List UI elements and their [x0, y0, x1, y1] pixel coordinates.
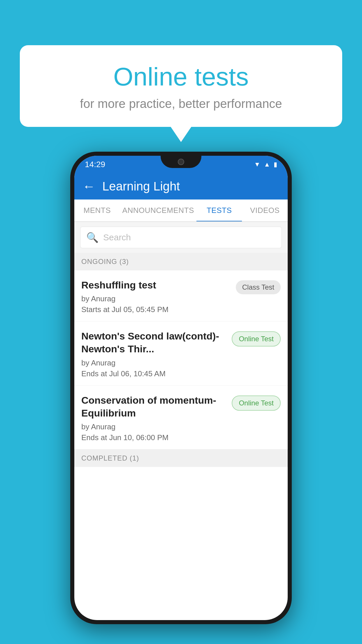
ongoing-section-header: ONGOING (3) — [74, 253, 288, 270]
test-item-content: Reshuffling test by Anurag Starts at Jul… — [81, 279, 230, 314]
status-bar: 14:29 ▼ ▲ ▮ — [74, 156, 288, 173]
signal-icon: ▲ — [264, 161, 270, 168]
camera-icon — [178, 159, 184, 165]
tab-announcements[interactable]: ANNOUNCEMENTS — [120, 200, 196, 221]
badge-online-test: Online Test — [232, 331, 281, 346]
test-date: Ends at Jul 06, 10:45 AM — [81, 369, 226, 378]
speech-bubble: Online tests for more practice, better p… — [20, 45, 342, 127]
test-author: by Anurag — [81, 358, 226, 368]
phone-device: 14:29 ▼ ▲ ▮ ← Learning Light MENTS ANNOU… — [70, 152, 292, 624]
test-author: by Anurag — [81, 294, 230, 303]
app-bar: ← Learning Light — [74, 173, 288, 200]
back-button[interactable]: ← — [82, 179, 95, 194]
badge-online-test-2: Online Test — [232, 396, 281, 411]
completed-section-header: COMPLETED (1) — [74, 449, 288, 467]
wifi-icon: ▼ — [254, 161, 260, 168]
phone-screen: 14:29 ▼ ▲ ▮ ← Learning Light MENTS ANNOU… — [74, 156, 288, 620]
test-item-newtons[interactable]: Newton's Second law(contd)-Newton's Thir… — [74, 321, 288, 385]
bubble-subtitle: for more practice, better performance — [34, 97, 328, 111]
test-title: Newton's Second law(contd)-Newton's Thir… — [81, 330, 226, 355]
search-box[interactable]: 🔍 Search — [80, 227, 282, 248]
tab-ments[interactable]: MENTS — [74, 200, 120, 221]
app-title: Learning Light — [102, 179, 180, 193]
test-item-reshuffling[interactable]: Reshuffling test by Anurag Starts at Jul… — [74, 270, 288, 321]
test-item-content: Conservation of momentum-Equilibrium by … — [81, 394, 226, 442]
test-author: by Anurag — [81, 422, 226, 431]
test-title: Conservation of momentum-Equilibrium — [81, 394, 226, 419]
tab-tests[interactable]: TESTS — [196, 200, 242, 221]
test-item-content: Newton's Second law(contd)-Newton's Thir… — [81, 330, 226, 378]
status-icons: ▼ ▲ ▮ — [254, 161, 277, 168]
badge-class-test: Class Test — [236, 280, 281, 294]
battery-icon: ▮ — [274, 161, 277, 168]
tab-bar: MENTS ANNOUNCEMENTS TESTS VIDEOS — [74, 200, 288, 222]
phone-notch — [161, 156, 201, 168]
test-title: Reshuffling test — [81, 279, 230, 291]
search-icon: 🔍 — [86, 232, 99, 243]
status-time: 14:29 — [85, 160, 105, 169]
bubble-title: Online tests — [34, 63, 328, 91]
search-container: 🔍 Search — [74, 222, 288, 253]
test-date: Starts at Jul 05, 05:45 PM — [81, 305, 230, 314]
tab-videos[interactable]: VIDEOS — [242, 200, 288, 221]
test-date: Ends at Jun 10, 06:00 PM — [81, 433, 226, 442]
search-placeholder: Search — [103, 232, 131, 242]
test-item-conservation[interactable]: Conservation of momentum-Equilibrium by … — [74, 386, 288, 449]
